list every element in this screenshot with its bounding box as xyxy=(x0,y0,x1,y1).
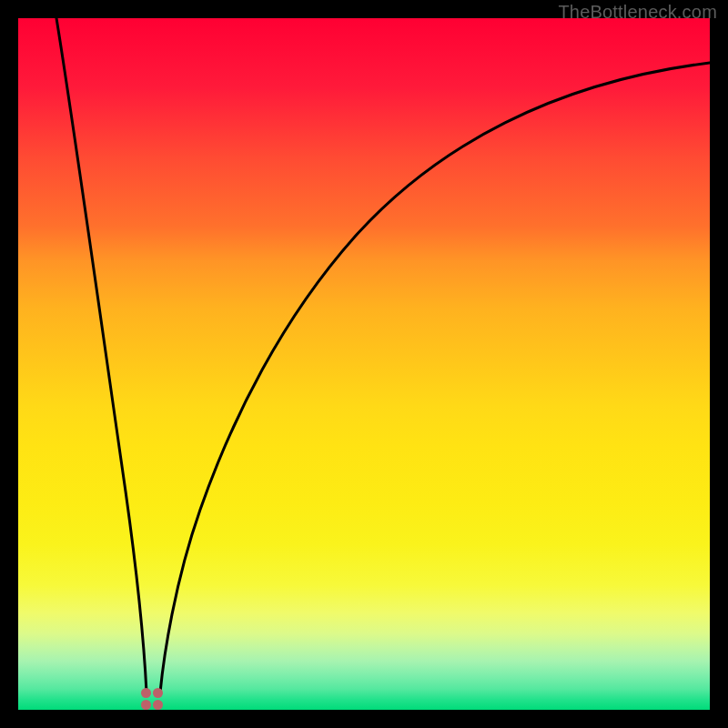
left-curve xyxy=(56,18,147,693)
plot-area xyxy=(18,18,710,710)
right-curve xyxy=(160,63,710,693)
chart-frame: TheBottleneck.com xyxy=(0,0,728,728)
attribution-text: TheBottleneck.com xyxy=(558,2,717,23)
curve-layer xyxy=(18,18,710,710)
